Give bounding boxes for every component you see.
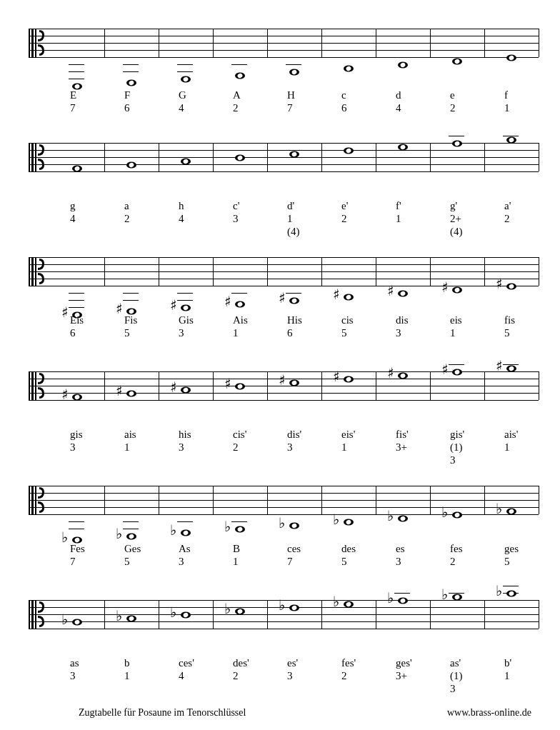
tenor-clef-icon (31, 257, 47, 289)
sharp-icon: ♯ (170, 301, 177, 309)
slide-position-label: 3 (70, 441, 106, 454)
staff: ♯Eis6♯Fis5♯Gis3♯Ais1♯His6♯cis5♯dis3♯eis1… (29, 257, 539, 286)
note-name-label: cis' (233, 429, 269, 441)
note-name-label: des' (233, 657, 269, 669)
flat-icon: ♭ (116, 612, 122, 619)
note-cell: g'2+(4) (430, 143, 484, 243)
whole-note-icon (397, 60, 409, 69)
slide-position-label: 2 (233, 670, 269, 682)
note-cell: ♭es'3 (267, 600, 321, 700)
sharp-icon: ♯ (116, 387, 123, 394)
slide-position-alt-label: 3 (450, 454, 486, 466)
whole-note-icon (180, 385, 191, 394)
note-name-label: E (70, 89, 106, 101)
staff: ♭Fes7♭Ges5♭As3♭B1♭ces7♭des5♭es3♭fes2♭ges… (29, 486, 539, 514)
svg-rect-0 (31, 29, 34, 57)
note-cell: ♭fes'2 (321, 600, 376, 700)
note-cell: f'1 (376, 143, 430, 243)
staff: g4a2h4c'3d'1(4)e'2f'1g'2+(4)a'2 (29, 143, 539, 171)
note-name-label: gis (70, 429, 106, 441)
svg-rect-20 (31, 143, 34, 171)
whole-note-icon (180, 610, 191, 619)
slide-position-label: 1 (504, 441, 540, 454)
sharp-icon: ♯ (496, 362, 503, 369)
note-name-label: his (179, 429, 214, 441)
note-name-label: es (396, 543, 431, 555)
slide-position-label: 3 (179, 556, 214, 568)
note-name-label: dis (396, 314, 431, 326)
staff-row: ♯Eis6♯Fis5♯Gis3♯Ais1♯His6♯cis5♯dis3♯eis1… (7, 243, 553, 343)
whole-note-icon (451, 285, 463, 294)
whole-note-icon (126, 389, 137, 397)
slide-position-label: 3 (396, 327, 431, 339)
whole-note-icon (506, 281, 517, 290)
note-name-label: b' (504, 657, 540, 669)
whole-note-icon (397, 371, 409, 379)
flat-icon: ♭ (496, 505, 502, 512)
note-name-label: As (179, 543, 214, 555)
sharp-icon: ♯ (387, 287, 394, 294)
whole-note-icon (180, 156, 191, 165)
flat-icon: ♭ (279, 601, 285, 609)
note-name-label: ces' (179, 657, 214, 669)
svg-rect-100 (31, 600, 34, 629)
svg-rect-80 (31, 486, 34, 514)
note-name-label: f (504, 89, 540, 101)
note-cell: ♯eis'1 (321, 371, 376, 471)
slide-position-label: 6 (70, 327, 106, 339)
whole-note-icon (451, 56, 463, 65)
sharp-icon: ♯ (170, 384, 177, 391)
note-name-label: c (341, 89, 377, 101)
whole-note-icon (289, 296, 300, 304)
footer: Zugtabelle für Posaune im Tenorschlüssel… (7, 700, 553, 719)
slide-position-label: 3 (287, 670, 323, 682)
note-cell: ♭b'1 (484, 600, 539, 700)
whole-note-icon (180, 303, 191, 311)
flat-icon: ♭ (441, 591, 448, 598)
slide-position-label: 1 (287, 213, 323, 225)
note-cell: d4 (376, 29, 430, 129)
note-name-label: H (287, 89, 323, 101)
slide-position-label: 1 (396, 213, 431, 225)
slide-position-label: 1 (124, 441, 160, 454)
sharp-icon: ♯ (441, 284, 449, 291)
note-name-label: as (70, 657, 106, 669)
note-name-label: des (341, 543, 377, 555)
tenor-clef-icon (31, 371, 47, 403)
staff: ♯gis3♯ais1♯his3♯cis'2♯dis'3♯eis'1♯fis'3+… (29, 371, 539, 400)
note-name-label: Fes (70, 543, 106, 555)
note-cell: ♯his3 (159, 371, 213, 471)
note-name-label: F (124, 89, 160, 101)
flat-icon: ♭ (441, 509, 448, 516)
whole-note-icon (289, 521, 300, 529)
note-cell: G4 (159, 29, 213, 129)
whole-note-icon (451, 592, 463, 601)
note-cell: ♯Eis6 (50, 257, 104, 357)
flat-icon: ♭ (61, 534, 68, 541)
whole-note-icon (234, 153, 246, 161)
note-cell: A2 (213, 29, 267, 129)
sharp-icon: ♯ (224, 380, 231, 387)
note-name-label: fes (450, 543, 486, 555)
note-name-label: Eis (70, 314, 106, 326)
tenor-clef-icon (31, 600, 47, 631)
note-cell: ♭des'2 (213, 600, 267, 700)
note-name-label: fis' (396, 429, 431, 441)
whole-note-icon (126, 78, 137, 86)
note-cell: ♭as3 (50, 600, 104, 700)
note-name-label: A (233, 89, 269, 101)
whole-note-icon (397, 596, 409, 604)
note-name-label: gis' (450, 429, 486, 441)
slide-position-label: 1 (233, 556, 269, 568)
note-cell: ♯cis'2 (213, 371, 267, 471)
note-name-label: Gis (179, 314, 214, 326)
staff-row: ♯gis3♯ais1♯his3♯cis'2♯dis'3♯eis'1♯fis'3+… (7, 357, 553, 457)
whole-note-icon (397, 514, 409, 522)
note-name-label: d' (287, 200, 323, 212)
flat-icon: ♭ (333, 516, 339, 523)
whole-note-icon (397, 142, 409, 151)
note-cell: ♯His6 (267, 257, 321, 357)
whole-note-icon (180, 528, 191, 536)
slide-position-label: 1 (450, 327, 486, 339)
slide-position-label: 4 (70, 213, 106, 225)
